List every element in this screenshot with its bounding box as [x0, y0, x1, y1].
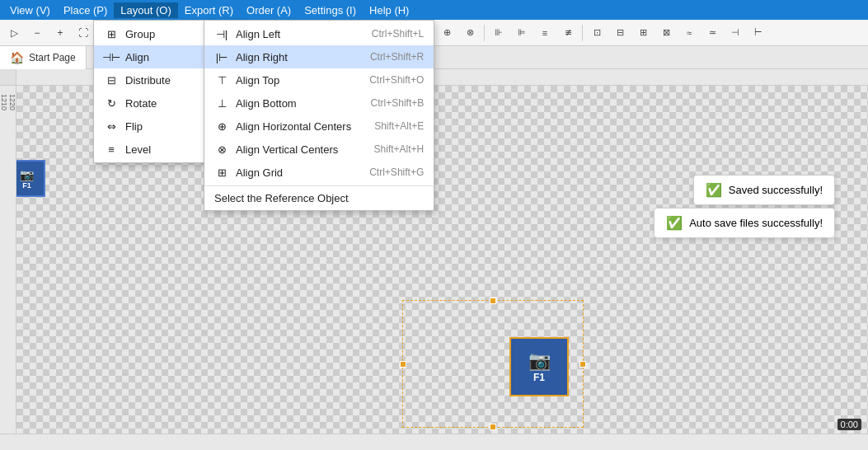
flip-icon: ⇔ [104, 119, 119, 134]
distribute-icon: ⊟ [104, 73, 119, 87]
notification-saved-text: Saved successfully! [729, 184, 823, 196]
tool-more3[interactable]: ⊞ [632, 22, 654, 44]
tool-more6[interactable]: ≃ [701, 22, 723, 44]
align-right-item[interactable]: |⊢ Align Right Ctrl+Shift+R [204, 45, 434, 68]
handle-right [579, 361, 586, 368]
ruler-vertical: 1280 1250 1240 1230 1220 1210 [0, 86, 16, 434]
align-right-label: Align Right [236, 51, 288, 63]
align-grid-icon: ⊞ [214, 165, 229, 180]
check-icon-1: ✅ [706, 182, 722, 198]
ruler-corner [0, 69, 16, 86]
align-grid-item[interactable]: ⊞ Align Grid Ctrl+Shift+G [204, 161, 434, 184]
f1-badge-large: 📷 F1 [509, 337, 569, 396]
group-icon: ⊞ [104, 26, 119, 41]
tool-more5[interactable]: ≈ [678, 22, 700, 44]
handle-bottom [490, 424, 496, 430]
handle-top [490, 298, 496, 304]
tab-label: Start Page [29, 52, 76, 63]
rotate-icon: ↻ [104, 96, 119, 110]
home-icon: 🏠 [10, 51, 24, 64]
align-top-icon: ⊤ [214, 73, 229, 87]
align-h-shortcut: Shift+Alt+E [358, 120, 424, 132]
notification-autosave: ✅ Auto save files successfully! [654, 208, 835, 238]
camera-icon-small: 📷 [20, 168, 34, 181]
rotate-label: Rotate [125, 97, 157, 110]
tab-start-page[interactable]: 🏠 Start Page [0, 46, 87, 69]
tool-dist1[interactable]: ⊪ [488, 22, 509, 44]
align-divider [204, 185, 434, 186]
tool-more2[interactable]: ⊟ [609, 22, 631, 44]
align-submenu: ⊣| Align Left Ctrl+Shift+L |⊢ Align Righ… [204, 20, 434, 211]
align-bottom-icon: ⊥ [214, 96, 229, 110]
align-bottom-shortcut: Ctrl+Shift+B [354, 97, 425, 109]
sep5 [582, 25, 583, 41]
align-right-shortcut: Ctrl+Shift+R [354, 51, 424, 63]
time-indicator: 0:00 [838, 419, 861, 430]
tool-align6[interactable]: ⊗ [459, 22, 481, 44]
select-ref-label: Select the Reference Object [214, 192, 349, 204]
tool-more8[interactable]: ⊢ [748, 22, 769, 44]
align-right-icon: |⊢ [214, 49, 229, 64]
tool-dist3[interactable]: ≡ [534, 22, 556, 44]
tool-select[interactable]: ▷ [3, 22, 25, 44]
align-v-center-item[interactable]: ⊗ Align Vertical Centers Shift+Alt+H [204, 138, 434, 161]
tool-zoom-out[interactable]: − [26, 22, 48, 44]
check-icon-2: ✅ [666, 215, 683, 231]
menu-place[interactable]: Place (P) [57, 2, 114, 18]
tool-more4[interactable]: ⊠ [655, 22, 677, 44]
group-label: Group [125, 28, 155, 40]
tool-zoom-in[interactable]: + [49, 22, 71, 44]
level-icon: ≡ [104, 142, 119, 157]
align-icon: ⊣⊢ [104, 49, 119, 64]
distribute-label: Distribute [125, 74, 171, 87]
f1-badge-small: 📷 F1 [16, 160, 45, 197]
sep4 [484, 25, 485, 41]
align-left-label: Align Left [236, 28, 280, 40]
align-h-icon: ⊕ [214, 119, 229, 134]
align-top-item[interactable]: ⊤ Align Top Ctrl+Shift+O [204, 68, 434, 91]
tool-fullscreen[interactable]: ⛶ [73, 22, 94, 44]
flip-label: Flip [125, 120, 143, 133]
camera-icon-large: 📷 [528, 350, 551, 372]
tool-align5[interactable]: ⊕ [436, 22, 457, 44]
badge-label-large: F1 [533, 372, 545, 383]
bottom-bar [0, 434, 868, 450]
notification-saved: ✅ Saved successfully! [693, 175, 835, 205]
align-bottom-item[interactable]: ⊥ Align Bottom Ctrl+Shift+B [204, 91, 434, 115]
align-bottom-label: Align Bottom [236, 97, 297, 110]
align-left-item[interactable]: ⊣| Align Left Ctrl+Shift+L [204, 22, 434, 45]
align-v-label: Align Vertical Centers [236, 143, 338, 156]
menu-export[interactable]: Export (R) [178, 2, 240, 18]
align-grid-shortcut: Ctrl+Shift+G [353, 166, 424, 178]
align-v-icon: ⊗ [214, 142, 229, 157]
menu-layout[interactable]: Layout (O) [114, 2, 177, 18]
tool-more7[interactable]: ⊣ [725, 22, 746, 44]
badge-label-small: F1 [22, 181, 31, 190]
notification-autosave-text: Auto save files successfully! [689, 217, 823, 229]
tool-more1[interactable]: ⊡ [586, 22, 608, 44]
align-v-shortcut: Shift+Alt+H [358, 143, 425, 155]
handle-left [400, 361, 406, 368]
select-ref-item[interactable]: Select the Reference Object [204, 188, 434, 209]
align-h-center-item[interactable]: ⊕ Align Horizontal Centers Shift+Alt+E [204, 115, 434, 138]
align-top-shortcut: Ctrl+Shift+O [353, 74, 424, 86]
tool-dist4[interactable]: ≢ [557, 22, 579, 44]
menu-order[interactable]: Order (A) [240, 2, 298, 18]
menu-view[interactable]: View (V) [3, 2, 57, 18]
menubar: View (V) Place (P) Layout (O) Export (R)… [0, 0, 868, 20]
align-h-label: Align Horizontal Centers [236, 120, 351, 133]
level-label: Level [125, 143, 151, 156]
menu-settings[interactable]: Settings (I) [298, 2, 363, 18]
tool-dist2[interactable]: ⊫ [511, 22, 533, 44]
menu-help[interactable]: Help (H) [363, 2, 415, 18]
align-left-icon: ⊣| [214, 26, 229, 41]
align-top-label: Align Top [236, 74, 279, 87]
align-grid-label: Align Grid [236, 166, 283, 179]
align-label: Align [125, 51, 149, 63]
align-left-shortcut: Ctrl+Shift+L [355, 28, 424, 40]
